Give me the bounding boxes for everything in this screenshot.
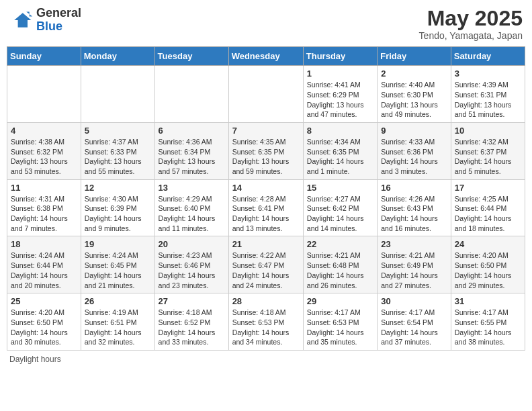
calendar-cell: 11Sunrise: 4:31 AM Sunset: 6:38 PM Dayli… — [7, 179, 81, 236]
calendar-cell: 9Sunrise: 4:33 AM Sunset: 6:36 PM Daylig… — [378, 122, 451, 179]
day-info: Sunrise: 4:20 AM Sunset: 6:50 PM Dayligh… — [11, 308, 77, 347]
day-number: 9 — [381, 126, 447, 136]
day-info: Sunrise: 4:27 AM Sunset: 6:42 PM Dayligh… — [307, 194, 373, 234]
day-number: 5 — [85, 126, 151, 136]
day-info: Sunrise: 4:24 AM Sunset: 6:44 PM Dayligh… — [11, 250, 77, 290]
calendar-cell: 13Sunrise: 4:29 AM Sunset: 6:40 PM Dayli… — [154, 179, 228, 236]
calendar: SundayMondayTuesdayWednesdayThursdayFrid… — [7, 46, 525, 351]
header: General Blue May 2025 Tendo, Yamagata, J… — [7, 7, 525, 41]
calendar-cell: 19Sunrise: 4:24 AM Sunset: 6:45 PM Dayli… — [81, 236, 154, 293]
calendar-cell: 24Sunrise: 4:20 AM Sunset: 6:50 PM Dayli… — [451, 236, 525, 293]
calendar-cell: 26Sunrise: 4:19 AM Sunset: 6:51 PM Dayli… — [81, 293, 154, 351]
month-title: May 2025 — [419, 7, 523, 30]
calendar-cell: 25Sunrise: 4:20 AM Sunset: 6:50 PM Dayli… — [7, 293, 81, 351]
day-info: Sunrise: 4:41 AM Sunset: 6:29 PM Dayligh… — [307, 80, 373, 120]
day-number: 30 — [381, 296, 447, 306]
day-info: Sunrise: 4:36 AM Sunset: 6:34 PM Dayligh… — [159, 137, 225, 177]
day-number: 29 — [307, 296, 373, 306]
day-number: 7 — [232, 126, 300, 136]
svg-marker-0 — [14, 13, 31, 28]
calendar-cell: 7Sunrise: 4:35 AM Sunset: 6:35 PM Daylig… — [228, 122, 303, 179]
weekday-header-thursday: Thursday — [303, 47, 377, 66]
logo: General Blue — [9, 7, 81, 34]
day-info: Sunrise: 4:38 AM Sunset: 6:32 PM Dayligh… — [11, 137, 77, 177]
calendar-cell: 14Sunrise: 4:28 AM Sunset: 6:41 PM Dayli… — [228, 179, 303, 236]
day-number: 6 — [159, 126, 225, 136]
logo-blue-text: Blue — [36, 19, 62, 33]
day-info: Sunrise: 4:21 AM Sunset: 6:48 PM Dayligh… — [307, 250, 373, 290]
calendar-cell: 20Sunrise: 4:23 AM Sunset: 6:46 PM Dayli… — [154, 236, 228, 293]
calendar-cell: 27Sunrise: 4:18 AM Sunset: 6:52 PM Dayli… — [154, 293, 228, 351]
day-info: Sunrise: 4:17 AM Sunset: 6:53 PM Dayligh… — [307, 308, 373, 347]
day-number: 2 — [381, 68, 447, 79]
calendar-cell: 28Sunrise: 4:18 AM Sunset: 6:53 PM Dayli… — [228, 293, 303, 351]
day-number: 11 — [11, 183, 77, 193]
weekday-header-monday: Monday — [81, 47, 154, 66]
calendar-cell: 15Sunrise: 4:27 AM Sunset: 6:42 PM Dayli… — [303, 179, 377, 236]
calendar-cell: 29Sunrise: 4:17 AM Sunset: 6:53 PM Dayli… — [303, 293, 377, 351]
day-info: Sunrise: 4:30 AM Sunset: 6:39 PM Dayligh… — [85, 194, 151, 234]
week-row-4: 18Sunrise: 4:24 AM Sunset: 6:44 PM Dayli… — [7, 236, 525, 293]
calendar-cell: 30Sunrise: 4:17 AM Sunset: 6:54 PM Dayli… — [378, 293, 451, 351]
day-number: 15 — [307, 183, 373, 193]
day-number: 1 — [307, 68, 373, 79]
day-number: 10 — [455, 126, 521, 136]
calendar-cell: 2Sunrise: 4:40 AM Sunset: 6:30 PM Daylig… — [378, 66, 451, 123]
weekday-header-tuesday: Tuesday — [154, 47, 228, 66]
weekday-header-row: SundayMondayTuesdayWednesdayThursdayFrid… — [7, 47, 525, 66]
day-info: Sunrise: 4:23 AM Sunset: 6:46 PM Dayligh… — [159, 250, 225, 290]
day-info: Sunrise: 4:31 AM Sunset: 6:38 PM Dayligh… — [11, 194, 77, 234]
calendar-cell: 18Sunrise: 4:24 AM Sunset: 6:44 PM Dayli… — [7, 236, 81, 293]
calendar-cell — [154, 66, 228, 123]
calendar-cell: 21Sunrise: 4:22 AM Sunset: 6:47 PM Dayli… — [228, 236, 303, 293]
day-number: 27 — [159, 296, 225, 306]
day-info: Sunrise: 4:20 AM Sunset: 6:50 PM Dayligh… — [455, 250, 521, 290]
weekday-header-wednesday: Wednesday — [228, 47, 303, 66]
svg-marker-1 — [26, 11, 32, 16]
week-row-5: 25Sunrise: 4:20 AM Sunset: 6:50 PM Dayli… — [7, 293, 525, 351]
week-row-3: 11Sunrise: 4:31 AM Sunset: 6:38 PM Dayli… — [7, 179, 525, 236]
day-info: Sunrise: 4:24 AM Sunset: 6:45 PM Dayligh… — [85, 250, 151, 290]
title-area: May 2025 Tendo, Yamagata, Japan — [419, 7, 523, 41]
day-number: 18 — [11, 239, 77, 249]
calendar-cell: 5Sunrise: 4:37 AM Sunset: 6:33 PM Daylig… — [81, 122, 154, 179]
day-number: 13 — [159, 183, 225, 193]
day-info: Sunrise: 4:17 AM Sunset: 6:55 PM Dayligh… — [455, 308, 521, 347]
week-row-1: 1Sunrise: 4:41 AM Sunset: 6:29 PM Daylig… — [7, 66, 525, 123]
day-info: Sunrise: 4:39 AM Sunset: 6:31 PM Dayligh… — [455, 80, 521, 120]
calendar-cell: 8Sunrise: 4:34 AM Sunset: 6:35 PM Daylig… — [303, 122, 377, 179]
weekday-header-sunday: Sunday — [7, 47, 81, 66]
week-row-2: 4Sunrise: 4:38 AM Sunset: 6:32 PM Daylig… — [7, 122, 525, 179]
day-number: 8 — [307, 126, 373, 136]
calendar-cell: 23Sunrise: 4:21 AM Sunset: 6:49 PM Dayli… — [378, 236, 451, 293]
day-info: Sunrise: 4:33 AM Sunset: 6:36 PM Dayligh… — [381, 137, 447, 177]
day-number: 22 — [307, 239, 373, 249]
calendar-cell — [7, 66, 81, 123]
day-number: 31 — [455, 296, 521, 306]
day-number: 16 — [381, 183, 447, 193]
day-number: 19 — [85, 239, 151, 249]
day-info: Sunrise: 4:18 AM Sunset: 6:52 PM Dayligh… — [159, 308, 225, 347]
calendar-cell: 1Sunrise: 4:41 AM Sunset: 6:29 PM Daylig… — [303, 66, 377, 123]
day-number: 3 — [455, 68, 521, 79]
day-info: Sunrise: 4:17 AM Sunset: 6:54 PM Dayligh… — [381, 308, 447, 347]
day-info: Sunrise: 4:32 AM Sunset: 6:37 PM Dayligh… — [455, 137, 521, 177]
day-info: Sunrise: 4:25 AM Sunset: 6:44 PM Dayligh… — [455, 194, 521, 234]
day-info: Sunrise: 4:35 AM Sunset: 6:35 PM Dayligh… — [232, 137, 300, 177]
calendar-cell — [81, 66, 154, 123]
day-number: 14 — [232, 183, 300, 193]
day-info: Sunrise: 4:26 AM Sunset: 6:43 PM Dayligh… — [381, 194, 447, 234]
logo-general-text: General — [36, 6, 81, 19]
day-number: 20 — [159, 239, 225, 249]
calendar-cell: 22Sunrise: 4:21 AM Sunset: 6:48 PM Dayli… — [303, 236, 377, 293]
weekday-header-friday: Friday — [378, 47, 451, 66]
day-info: Sunrise: 4:19 AM Sunset: 6:51 PM Dayligh… — [85, 308, 151, 347]
calendar-cell: 4Sunrise: 4:38 AM Sunset: 6:32 PM Daylig… — [7, 122, 81, 179]
day-info: Sunrise: 4:34 AM Sunset: 6:35 PM Dayligh… — [307, 137, 373, 177]
subtitle: Tendo, Yamagata, Japan — [419, 30, 523, 41]
day-number: 17 — [455, 183, 521, 193]
day-info: Sunrise: 4:21 AM Sunset: 6:49 PM Dayligh… — [381, 250, 447, 290]
calendar-cell — [228, 66, 303, 123]
weekday-header-saturday: Saturday — [451, 47, 525, 66]
calendar-cell: 6Sunrise: 4:36 AM Sunset: 6:34 PM Daylig… — [154, 122, 228, 179]
